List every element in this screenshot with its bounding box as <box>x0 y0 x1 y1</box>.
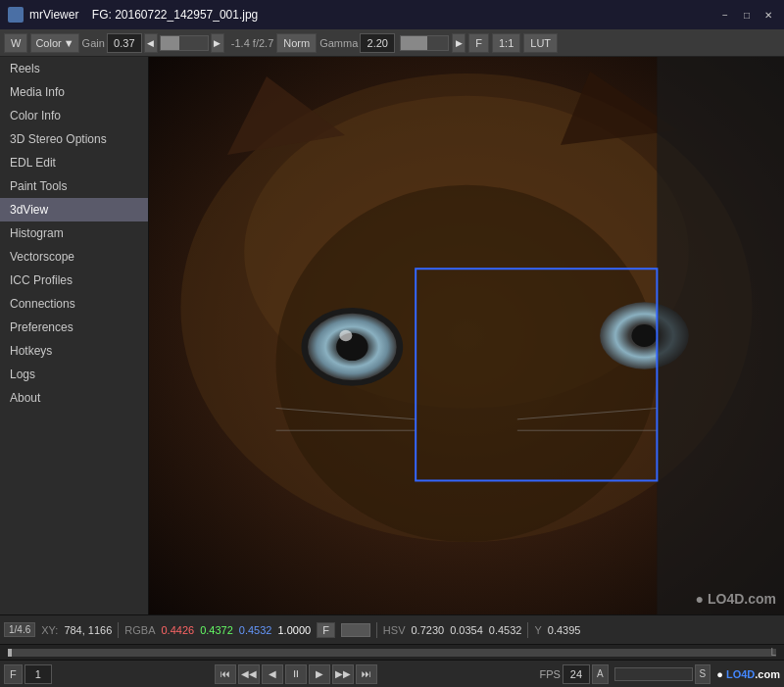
sidebar-item-edl-edit[interactable]: EDL Edit <box>0 151 148 174</box>
color-dropdown[interactable]: Color ▼ <box>30 33 78 53</box>
loop-range-bar[interactable] <box>614 667 693 681</box>
sidebar-item-color-info[interactable]: Color Info <box>0 104 148 127</box>
separator-3 <box>527 622 528 638</box>
gamma-slider[interactable] <box>400 35 449 51</box>
next-frame-fast-button[interactable]: ▶▶ <box>332 664 354 684</box>
watermark-logo: ● LO4D.com <box>696 591 776 607</box>
sidebar-item-reels[interactable]: Reels <box>0 57 148 80</box>
frame-label: F <box>4 664 23 684</box>
app-icon <box>8 7 24 23</box>
gamma-input[interactable] <box>360 33 395 53</box>
timeline-position <box>8 649 12 657</box>
fps-input[interactable] <box>563 664 590 684</box>
a-button[interactable]: A <box>592 664 609 684</box>
close-button[interactable]: ✕ <box>760 7 776 23</box>
sidebar-item-connections[interactable]: Connections <box>0 292 148 316</box>
prev-frame-fast-button[interactable]: ◀◀ <box>238 664 260 684</box>
gain-label: Gain <box>82 37 105 49</box>
content-area[interactable]: ● LO4D.com <box>149 57 784 614</box>
v-value: 0.4532 <box>489 624 522 636</box>
timeline-track[interactable]: L <box>8 649 776 657</box>
channel-indicator <box>341 623 370 637</box>
h-value: 0.7230 <box>411 624 444 636</box>
norm-button[interactable]: Norm <box>276 33 317 53</box>
sidebar-item-hotkeys[interactable]: Hotkeys <box>0 339 148 363</box>
sidebar-item-logs[interactable]: Logs <box>0 363 148 386</box>
window-title: mrViewer FG: 20160722_142957_001.jpg <box>29 8 258 22</box>
chevron-down-icon: ▼ <box>64 37 74 49</box>
separator-2 <box>376 622 377 638</box>
sidebar-item-vectorscope[interactable]: Vectorscope <box>0 245 148 269</box>
g-value: 0.4372 <box>200 624 233 636</box>
sidebar-item-paint-tools[interactable]: Paint Tools <box>0 174 148 198</box>
y-label: Y <box>534 624 541 636</box>
play-button[interactable]: ▶ <box>309 664 330 684</box>
timeline-end-label: L <box>770 647 776 658</box>
goto-start-button[interactable]: ⏮ <box>215 664 236 684</box>
lo4d-watermark: ● LO4D.com <box>716 668 780 680</box>
svg-point-9 <box>339 330 352 341</box>
app-name: mrViewer <box>29 8 78 22</box>
w-button[interactable]: W <box>4 33 27 53</box>
sidebar-item-preferences[interactable]: Preferences <box>0 316 148 339</box>
rgba-label: RGBA <box>124 624 155 636</box>
sidebar-item-3dview[interactable]: 3dView <box>0 198 148 221</box>
a-value: 1.0000 <box>277 624 311 636</box>
image-display <box>149 57 784 614</box>
timeline[interactable]: L <box>0 644 784 660</box>
gain-group: Gain ◀ ▶ <box>82 33 224 53</box>
titlebar: mrViewer FG: 20160722_142957_001.jpg − □… <box>0 0 784 29</box>
s-button[interactable]: S <box>695 664 711 684</box>
xy-label: XY: <box>41 624 58 636</box>
filename: FG: 20160722_142957_001.jpg <box>92 8 258 22</box>
gain-input[interactable] <box>107 33 142 53</box>
f-button[interactable]: F <box>468 33 489 53</box>
maximize-button[interactable]: □ <box>739 7 755 23</box>
statusbar: 1/4.6 XY: 784, 1166 RGBA 0.4426 0.4372 0… <box>0 614 784 644</box>
exposure-value: -1.4 f/2.7 <box>231 37 273 49</box>
fps-label: FPS <box>540 668 561 680</box>
svg-rect-17 <box>657 57 784 614</box>
cat-image-svg <box>149 57 784 614</box>
sidebar-item-about[interactable]: About <box>0 386 148 410</box>
gain-right-arrow[interactable]: ▶ <box>211 33 224 53</box>
sidebar-item-3d-stereo[interactable]: 3D Stereo Options <box>0 127 148 151</box>
gain-slider[interactable] <box>160 35 209 51</box>
fps-group: FPS A <box>540 664 609 684</box>
xy-value: 784, 1166 <box>64 624 112 636</box>
sidebar-item-media-info[interactable]: Media Info <box>0 80 148 104</box>
frame-number[interactable] <box>24 664 52 684</box>
zoom-indicator: 1/4.6 <box>4 622 35 637</box>
pause-button[interactable]: ⏸ <box>285 664 307 684</box>
svg-point-11 <box>631 324 657 347</box>
b-value: 0.4532 <box>239 624 272 636</box>
ratio-button[interactable]: 1:1 <box>492 33 520 53</box>
y-value: 0.4395 <box>548 624 581 636</box>
color-label: Color <box>35 37 61 49</box>
gamma-group: Gamma <box>319 33 395 53</box>
f-channel-button[interactable]: F <box>317 622 335 638</box>
lut-button[interactable]: LUT <box>523 33 558 53</box>
separator-1 <box>118 622 119 638</box>
minimize-button[interactable]: − <box>717 7 733 23</box>
hsv-label: HSV <box>383 624 406 636</box>
gamma-right-arrow[interactable]: ▶ <box>452 33 466 53</box>
toolbar: W Color ▼ Gain ◀ ▶ -1.4 f/2.7 Norm Gamma… <box>0 29 784 57</box>
main-area: ReelsMedia InfoColor Info3D Stereo Optio… <box>0 57 784 614</box>
window-controls: − □ ✕ <box>717 7 776 23</box>
s-value: 0.0354 <box>450 624 483 636</box>
prev-frame-button[interactable]: ◀ <box>262 664 283 684</box>
playback-controls: F ⏮ ◀◀ ◀ ⏸ ▶ ▶▶ ⏭ FPS A S ● LO4D.com <box>0 660 784 687</box>
gamma-label: Gamma <box>319 37 358 49</box>
sidebar-item-icc-profiles[interactable]: ICC Profiles <box>0 269 148 292</box>
goto-end-button[interactable]: ⏭ <box>356 664 377 684</box>
r-value: 0.4426 <box>162 624 195 636</box>
sidebar: ReelsMedia InfoColor Info3D Stereo Optio… <box>0 57 149 614</box>
watermark: ● LO4D.com <box>696 591 776 607</box>
sidebar-item-histogram[interactable]: Histogram <box>0 221 148 245</box>
gain-left-arrow[interactable]: ◀ <box>144 33 158 53</box>
